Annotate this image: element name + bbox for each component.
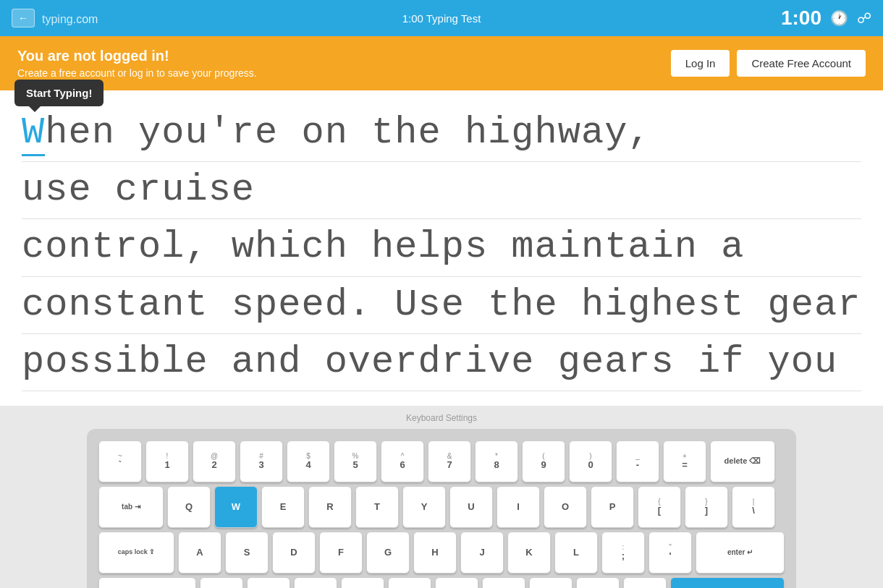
back-button[interactable]: ← <box>12 9 35 27</box>
key-x[interactable]: X <box>247 577 290 588</box>
key-rbracket[interactable]: }] <box>685 486 728 528</box>
key-4[interactable]: $4 <box>287 440 330 482</box>
current-letter: W <box>22 111 45 156</box>
key-p[interactable]: P <box>591 486 634 528</box>
key-h[interactable]: H <box>413 532 457 574</box>
key-6[interactable]: ^6 <box>381 440 424 482</box>
key-7[interactable]: &7 <box>428 440 471 482</box>
settings-icon[interactable]: ☍ <box>857 9 871 27</box>
key-5[interactable]: %5 <box>334 440 377 482</box>
key-1[interactable]: !1 <box>145 440 189 482</box>
banner-heading: You are not logged in! <box>17 48 257 64</box>
key-capslock[interactable]: caps lock ⇪ <box>98 532 174 574</box>
header-icons: 🕐 ☍ <box>830 9 871 27</box>
key-v[interactable]: V <box>341 577 384 588</box>
key-b[interactable]: B <box>388 577 431 588</box>
logo: typing.com <box>42 9 98 27</box>
keyboard-section: Keyboard Settings ~` !1 @2 #3 $4 %5 ^6 &… <box>0 406 883 588</box>
key-t[interactable]: T <box>355 486 399 528</box>
typing-line-5: possible and overdrive gears if you <box>22 334 861 391</box>
key-8[interactable]: *8 <box>475 440 518 482</box>
key-row-zxcv: shift ⇧ Z X C V B N M <, >. ?/ ⇧ shift <box>98 577 785 588</box>
key-0[interactable]: )0 <box>569 440 612 482</box>
key-9[interactable]: (9 <box>522 440 565 482</box>
typing-line-1: When you're on the highway, <box>22 105 861 162</box>
key-c[interactable]: C <box>294 577 337 588</box>
key-j[interactable]: J <box>460 532 504 574</box>
key-q[interactable]: Q <box>167 486 211 528</box>
history-icon[interactable]: 🕐 <box>830 9 848 27</box>
key-slash[interactable]: ?/ <box>623 577 667 588</box>
typing-line-3: control, which helps maintain a <box>22 219 861 276</box>
key-row-numbers: ~` !1 @2 #3 $4 %5 ^6 &7 *8 (9 )0 _- += d… <box>98 440 785 482</box>
key-period[interactable]: >. <box>576 577 620 588</box>
key-d[interactable]: D <box>272 532 316 574</box>
key-e[interactable]: E <box>261 486 305 528</box>
key-semicolon[interactable]: :; <box>601 532 645 574</box>
keyboard: ~` !1 @2 #3 $4 %5 ^6 &7 *8 (9 )0 _- += d… <box>87 429 796 588</box>
key-lbracket[interactable]: {[ <box>638 486 681 528</box>
key-comma[interactable]: <, <box>529 577 573 588</box>
key-equals[interactable]: += <box>663 440 706 482</box>
create-account-button[interactable]: Create Free Account <box>737 50 866 77</box>
typing-area[interactable]: When you're on the highway, use cruise c… <box>0 90 883 406</box>
key-o[interactable]: O <box>544 486 587 528</box>
key-tab[interactable]: tab ⇥ <box>98 486 164 528</box>
typing-text: When you're on the highway, use cruise c… <box>22 105 861 391</box>
key-2[interactable]: @2 <box>193 440 236 482</box>
key-u[interactable]: U <box>449 486 493 528</box>
key-r[interactable]: R <box>308 486 352 528</box>
key-n[interactable]: N <box>435 577 478 588</box>
key-minus[interactable]: _- <box>616 440 659 482</box>
key-k[interactable]: K <box>507 532 551 574</box>
key-backslash[interactable]: |\ <box>732 486 775 528</box>
key-z[interactable]: Z <box>200 577 243 588</box>
key-row-qwerty: tab ⇥ Q W E R T Y U I O P {[ }] |\ <box>98 486 785 528</box>
key-shift-right[interactable]: ⇧ shift <box>670 577 785 588</box>
header-title: 1:00 Typing Test <box>402 12 481 25</box>
typing-line-2: use cruise <box>22 162 861 219</box>
typing-line-4: constant speed. Use the highest gear <box>22 277 861 334</box>
login-button[interactable]: Log In <box>671 50 730 77</box>
timer: 1:00 <box>781 7 821 30</box>
key-y[interactable]: Y <box>402 486 446 528</box>
banner: You are not logged in! Create a free acc… <box>0 36 883 90</box>
key-w[interactable]: W <box>214 486 258 528</box>
key-s[interactable]: S <box>225 532 269 574</box>
key-f[interactable]: F <box>319 532 363 574</box>
key-row-asdf: caps lock ⇪ A S D F G H J K L :; "' ente… <box>98 532 785 574</box>
start-typing-tooltip: Start Typing! <box>14 80 103 106</box>
key-g[interactable]: G <box>366 532 410 574</box>
key-backtick[interactable]: ~` <box>98 440 142 482</box>
banner-text: You are not logged in! Create a free acc… <box>17 48 257 79</box>
key-3[interactable]: #3 <box>240 440 283 482</box>
key-enter[interactable]: enter ↵ <box>696 532 785 574</box>
key-i[interactable]: I <box>497 486 540 528</box>
key-shift-left[interactable]: shift ⇧ <box>98 577 196 588</box>
key-delete[interactable]: delete ⌫ <box>710 440 775 482</box>
banner-buttons: Log In Create Free Account <box>671 50 866 77</box>
key-l[interactable]: L <box>554 532 598 574</box>
key-quote[interactable]: "' <box>648 532 692 574</box>
key-a[interactable]: A <box>178 532 221 574</box>
banner-subtext: Create a free account or log in to save … <box>17 67 257 79</box>
header: ← typing.com 1:00 Typing Test 1:00 🕐 ☍ <box>0 0 883 36</box>
key-m[interactable]: M <box>482 577 525 588</box>
keyboard-settings-label[interactable]: Keyboard Settings <box>14 413 869 423</box>
